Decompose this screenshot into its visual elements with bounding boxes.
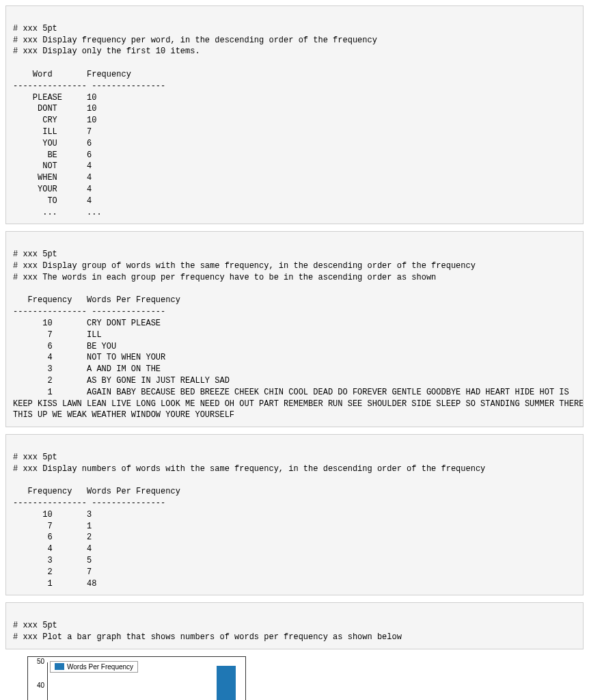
table-row: 6 BE YOU <box>13 342 116 351</box>
table-row: 10 3 <box>13 510 92 520</box>
table-row: 7 1 <box>13 522 92 531</box>
comment: # xxx Display group of words with the sa… <box>13 261 476 271</box>
table-row: 4 4 <box>13 544 92 554</box>
table-header: Word Frequency <box>13 70 131 79</box>
code-cell-3: # xxx 5pt # xxx Display numbers of words… <box>5 434 584 595</box>
table-row: WHEN 4 <box>13 173 92 183</box>
comment: # xxx 5pt <box>13 453 57 462</box>
table-row: YOUR 4 <box>13 185 92 194</box>
table-header: Frequency Words Per Frequency <box>13 295 180 305</box>
comment: # xxx The words in each group per freque… <box>13 273 436 282</box>
table-row: DONT 10 <box>13 104 96 113</box>
chart-legend: Words Per Frequency <box>50 661 138 673</box>
table-row: 6 2 <box>13 533 92 542</box>
table-separator: --------------- --------------- <box>13 307 165 317</box>
table-row: 10 CRY DONT PLEASE <box>13 319 161 328</box>
chart-output: 01020304050 10764321 Frequency Words Per… <box>14 656 584 700</box>
table-row: CRY 10 <box>13 116 96 125</box>
table-row: 1 48 <box>13 579 96 589</box>
comment: # xxx Display frequency per word, in the… <box>13 36 377 45</box>
table-row: 1 AGAIN BABY BECAUSE BED BREEZE CHEEK CH… <box>13 388 584 420</box>
table-row: ... ... <box>13 208 102 217</box>
code-cell-1: # xxx 5pt # xxx Display frequency per wo… <box>5 5 584 224</box>
y-tick-label: 40 <box>37 681 44 688</box>
legend-swatch <box>55 663 64 670</box>
table-row: 4 NOT TO WHEN YOUR <box>13 353 165 362</box>
comment: # xxx 5pt <box>13 250 57 259</box>
table-row: TO 4 <box>13 196 92 206</box>
table-row: 7 ILL <box>13 330 102 340</box>
code-cell-2: # xxx 5pt # xxx Display group of words w… <box>5 231 584 427</box>
code-cell-4: # xxx 5pt # xxx Plot a bar graph that sh… <box>5 602 584 649</box>
y-tick-label: 50 <box>37 657 44 664</box>
table-row: ILL 7 <box>13 127 92 137</box>
table-row: NOT 4 <box>13 161 92 171</box>
comment: # xxx 5pt <box>13 621 57 630</box>
bar-chart: 01020304050 10764321 Frequency Words Per… <box>27 656 246 700</box>
table-row: 3 A AND IM ON THE <box>13 364 161 374</box>
legend-label: Words Per Frequency <box>67 663 133 671</box>
y-axis: 01020304050 <box>28 662 46 700</box>
comment: # xxx Plot a bar graph that shows number… <box>13 632 402 642</box>
table-row: YOU 6 <box>13 139 92 148</box>
table-row: PLEASE 10 <box>13 93 96 103</box>
bar <box>217 666 236 700</box>
table-row: 2 AS BY GONE IN JUST REALLY SAD <box>13 376 230 386</box>
table-separator: --------------- --------------- <box>13 81 165 91</box>
table-header: Frequency Words Per Frequency <box>13 487 180 496</box>
table-row: BE 6 <box>13 150 92 160</box>
table-row: 2 7 <box>13 567 92 577</box>
comment: # xxx Display only the first 10 items. <box>13 46 200 56</box>
comment: # xxx Display numbers of words with the … <box>13 464 485 474</box>
comment: # xxx 5pt <box>13 24 57 33</box>
table-row: 3 5 <box>13 556 92 565</box>
table-separator: --------------- --------------- <box>13 498 165 508</box>
